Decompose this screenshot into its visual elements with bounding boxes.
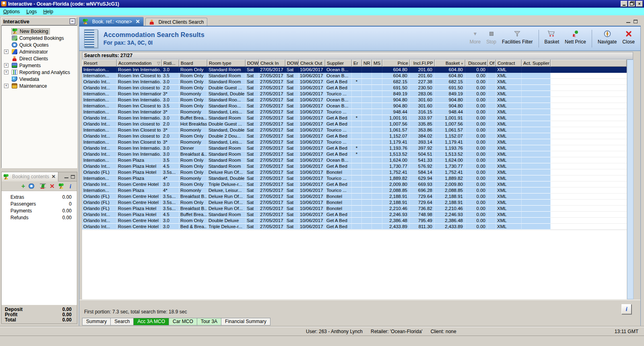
table-row[interactable]: Internation...Rosen Plaza4*RoomonlyStand… (82, 175, 627, 181)
table-row[interactable]: Internation...Rosen Inn Closest to...3*R… (82, 127, 627, 133)
close-window-button[interactable]: × (636, 1, 643, 7)
column-header-of[interactable]: Of (488, 60, 496, 67)
info-icon[interactable]: i (70, 183, 71, 189)
sidebar-item-completed-bookings[interactable]: Completed Bookings (2, 35, 77, 41)
sidebar-item-payments[interactable]: +Payments (2, 62, 77, 69)
table-row[interactable]: Orlando Int...Rosen Centre Hotel3.0Bed &… (82, 224, 627, 230)
sidebar-item-reporting-and-analytics[interactable]: +Reporting and Analytics (2, 69, 77, 76)
expand-icon[interactable]: + (4, 49, 8, 54)
booking-contents-maximize-icon[interactable] (71, 175, 75, 179)
column-header-incl-fl-pp[interactable]: Incl.Fl.PP (410, 60, 435, 67)
booking-list-item[interactable]: Refunds0.00 (2, 214, 77, 221)
tab-close-icon[interactable]: ✕ (136, 19, 140, 25)
basket-button[interactable]: Basket (545, 30, 559, 47)
pane-minimize-icon[interactable] (626, 20, 630, 23)
add-item-icon[interactable]: + (21, 183, 25, 189)
menu-item-logs[interactable]: Logs (23, 8, 40, 15)
navigate-button[interactable]: Navigate (598, 30, 617, 47)
table-row[interactable]: Internation...Rosen Inn International3*R… (82, 91, 627, 97)
table-row[interactable]: Internation...Rosen Plaza4*RoomonlyDelux… (82, 187, 627, 194)
expand-icon[interactable]: + (4, 63, 8, 68)
workflow-tab-tour-3a[interactable]: Tour 3A (197, 318, 221, 325)
column-header-contract[interactable]: Contract (496, 60, 522, 67)
table-row[interactable]: Internation...Rosen Inn Internatio...3.0… (82, 67, 627, 73)
column-header-dow[interactable]: DOW (246, 60, 259, 67)
tab-direct-clients-search[interactable]: Direct Clients Search (145, 18, 208, 26)
table-row[interactable]: Orlando Int...Rosen Centre Hotel3.0Room … (82, 181, 627, 187)
sidebar-item-maintenance[interactable]: +Maintenance (2, 82, 77, 89)
workflow-tab-car-mco[interactable]: Car MCO (169, 318, 197, 325)
expand-icon[interactable]: + (4, 70, 8, 74)
sidebar-item-direct-clients[interactable]: Direct Clients (2, 55, 77, 62)
column-header-room-type[interactable]: Room type (207, 60, 246, 67)
column-header-discount[interactable]: Discount (465, 60, 488, 67)
more-button[interactable]: ▼ More (470, 30, 481, 47)
table-row[interactable]: Orlando (FL)Rosen Centre Hotel3.5s...Roo… (82, 200, 627, 206)
sidebar-collapse-button[interactable]: − (70, 19, 75, 24)
table-row[interactable]: Orlando Int...Rosen Inn closest to ...2.… (82, 133, 627, 139)
sidebar-item-quick-quotes[interactable]: Quick Quotes (2, 41, 77, 48)
booking-list-item[interactable]: Passengers0 (2, 200, 77, 207)
booking-contents-tab[interactable]: Booking contents ✕ (2, 172, 58, 181)
column-header-er[interactable]: Er (352, 60, 362, 67)
filter-funnel-icon[interactable]: ▽ (157, 60, 160, 67)
column-header-resort[interactable]: Resort (82, 60, 117, 67)
workflow-tab-financial-summary[interactable]: Financial Summary (221, 318, 270, 325)
table-row[interactable]: Orlando Int...Rosen Inn Internatio...3.0… (82, 115, 627, 121)
table-row[interactable]: Orlando (FL)Rosen Plaza Hotel3.5s...Brea… (82, 206, 627, 212)
column-header-check-out[interactable]: Check Out (299, 60, 325, 67)
table-row[interactable]: Orlando Int...Rosen Inn Internatio...3.0… (82, 151, 627, 157)
table-row[interactable]: Internation...Rosen Inn Closest to...3.5… (82, 103, 627, 109)
table-row[interactable]: Internation...Rosen Inn Closest to...3.5… (82, 73, 627, 79)
vertical-scrollbar[interactable] (627, 60, 634, 299)
table-row[interactable]: Orlando Int...Rosen Inn closest to ...2.… (82, 85, 627, 91)
booking-list-item[interactable]: Payments0.00 (2, 207, 77, 214)
column-header-rati[interactable]: Rati... (162, 60, 179, 67)
stop-button[interactable]: Stop (486, 30, 496, 47)
column-header-supplier[interactable]: Supplier (325, 60, 352, 67)
table-row[interactable]: Orlando Int...Rosen Inn closest to ...2.… (82, 121, 627, 127)
booking-contents-minimize-icon[interactable] (64, 175, 68, 178)
menu-item-help[interactable]: Help (40, 8, 56, 15)
column-header-basket[interactable]: Basket▼ (435, 60, 465, 67)
workflow-tab-acc-3a-mco[interactable]: Acc 3A MCO (134, 318, 169, 325)
column-header-act-supplier[interactable]: Act. Supplier (522, 60, 551, 67)
table-row[interactable]: Internation...Rosen Inn Internatio...3.0… (82, 97, 627, 103)
column-header-board[interactable]: Board (179, 60, 207, 67)
column-header-ms[interactable]: MS (372, 60, 382, 67)
sidebar-item-administrator[interactable]: +Administrator (2, 48, 77, 55)
delete-item-icon[interactable]: ✕ (50, 183, 55, 189)
palm-icon[interactable] (58, 183, 64, 189)
column-header-check-in[interactable]: Check In (259, 60, 285, 67)
close-button[interactable]: Close (622, 30, 635, 47)
workflow-tab-search[interactable]: Search (111, 318, 134, 325)
sidebar-item-viewdata[interactable]: Viewdata (2, 76, 77, 82)
column-header-nr[interactable]: NR (362, 60, 372, 67)
column-header-accommodation[interactable]: Accommodation▽ (117, 60, 162, 67)
booking-list-item[interactable]: Extras0.00 (2, 194, 77, 200)
table-row[interactable]: Orlando Int...Rosen Inn Internatio...3.0… (82, 145, 627, 151)
facilities-filter-button[interactable]: Facilities Filter (502, 30, 533, 47)
table-row[interactable]: Orlando (FL)Rosen Plaza Hotel3.5s...Room… (82, 169, 627, 175)
pane-maximize-icon[interactable] (634, 20, 638, 23)
table-row[interactable]: Orlando Int...Rosen Plaza Hotel4.5Buffet… (82, 212, 627, 218)
booking-contents-close-icon[interactable]: ✕ (52, 174, 56, 179)
restore-button[interactable] (628, 1, 635, 7)
table-row[interactable]: Internation...Rosen Inn International3*R… (82, 109, 627, 115)
column-header-price[interactable]: Price (382, 60, 410, 67)
minimize-button[interactable] (621, 1, 627, 7)
table-row[interactable]: Orlando Int...Rosen Plaza Hotel4.5Room O… (82, 163, 627, 169)
table-row[interactable]: Orlando Int...Rosen Inn Internatio...3.0… (82, 79, 627, 85)
column-header-dow[interactable]: DOW (285, 60, 299, 67)
info-button[interactable]: i (621, 304, 632, 314)
refresh-icon[interactable] (29, 183, 34, 189)
table-row[interactable]: Internation...Rosen Plaza3.5Room OnlySta… (82, 157, 627, 163)
table-row[interactable]: Orlando Int...Rosen Centre Hotel3.0Room … (82, 218, 627, 224)
sidebar-item-new-booking[interactable]: New Booking (2, 28, 77, 35)
nett-price-button[interactable]: Nett Price (565, 30, 586, 47)
tab-booking-ref[interactable]: Book. ref.: <none> ✕ (79, 17, 144, 26)
table-row[interactable]: Orlando (FL)Rosen Centre Hotel3.5s...Bre… (82, 194, 627, 200)
workflow-tab-summary[interactable]: Summary (82, 318, 111, 325)
cart-transfer-icon[interactable] (40, 183, 46, 189)
menu-item-options[interactable]: Options (0, 8, 23, 15)
